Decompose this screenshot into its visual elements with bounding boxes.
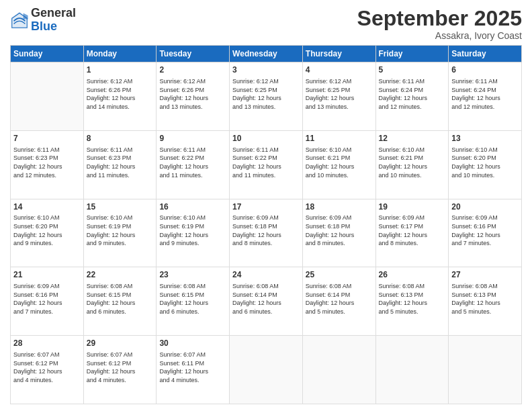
day-number: 26 [379, 269, 446, 281]
calendar-header-row: Sunday Monday Tuesday Wednesday Thursday… [11, 46, 522, 62]
day-info: Daylight: 12 hours [87, 163, 154, 171]
day-info: Daylight: 12 hours [87, 367, 154, 376]
day-info: and 11 minutes. [232, 171, 300, 180]
day-info: Daylight: 12 hours [159, 299, 226, 308]
day-info: and 5 minutes. [306, 308, 373, 316]
day-info: Daylight: 12 hours [379, 94, 446, 103]
day-info: Daylight: 12 hours [379, 231, 446, 240]
day-info: Sunset: 6:22 PM [159, 154, 226, 163]
day-info: Sunset: 6:13 PM [379, 291, 446, 300]
day-number: 20 [451, 201, 519, 213]
day-info: and 13 minutes. [159, 103, 226, 111]
day-number: 29 [87, 338, 154, 349]
table-row: 13Sunrise: 6:10 AMSunset: 6:20 PMDayligh… [449, 130, 522, 199]
day-info: Daylight: 12 hours [232, 231, 300, 240]
day-info: Sunset: 6:21 PM [379, 154, 446, 163]
table-row: 10Sunrise: 6:11 AMSunset: 6:22 PMDayligh… [230, 130, 303, 199]
day-number: 4 [306, 64, 373, 76]
day-info: Sunrise: 6:08 AM [159, 282, 226, 291]
day-info: Daylight: 12 hours [379, 163, 446, 171]
day-info: and 12 minutes. [379, 103, 446, 111]
day-info: Sunset: 6:15 PM [87, 291, 154, 300]
table-row: 2Sunrise: 6:12 AMSunset: 6:26 PMDaylight… [157, 62, 230, 131]
logo: General Blue [10, 7, 76, 34]
day-number: 5 [379, 64, 446, 76]
day-info: Sunset: 6:11 PM [159, 359, 226, 368]
day-info: Sunrise: 6:12 AM [232, 77, 300, 86]
day-info: Daylight: 12 hours [87, 94, 154, 103]
calendar-week-row: 21Sunrise: 6:09 AMSunset: 6:16 PMDayligh… [11, 267, 522, 336]
day-info: Daylight: 12 hours [451, 163, 519, 171]
day-info: and 12 minutes. [13, 171, 81, 180]
day-info: Sunrise: 6:10 AM [306, 146, 373, 154]
day-info: Sunrise: 6:12 AM [159, 77, 226, 86]
svg-marker-2 [24, 13, 28, 19]
table-row: 21Sunrise: 6:09 AMSunset: 6:16 PMDayligh… [11, 267, 84, 336]
table-row: 3Sunrise: 6:12 AMSunset: 6:25 PMDaylight… [230, 62, 303, 131]
day-info: and 13 minutes. [306, 103, 373, 111]
day-info: Sunrise: 6:09 AM [13, 282, 81, 291]
day-info: and 14 minutes. [87, 103, 154, 111]
day-number: 10 [232, 133, 300, 144]
day-number: 22 [87, 269, 154, 281]
table-row: 16Sunrise: 6:10 AMSunset: 6:19 PMDayligh… [157, 199, 230, 267]
day-info: Sunset: 6:14 PM [232, 291, 300, 300]
table-row: 15Sunrise: 6:10 AMSunset: 6:19 PMDayligh… [83, 199, 157, 267]
col-friday: Friday [375, 46, 449, 62]
day-info: Sunset: 6:21 PM [306, 154, 373, 163]
day-number: 1 [87, 64, 154, 76]
day-info: Daylight: 12 hours [13, 367, 81, 376]
day-info: Sunset: 6:23 PM [87, 154, 154, 163]
table-row: 25Sunrise: 6:08 AMSunset: 6:14 PMDayligh… [302, 267, 375, 336]
day-info: Sunset: 6:26 PM [159, 86, 226, 95]
day-info: Sunrise: 6:09 AM [306, 214, 373, 222]
logo-blue-text: Blue [31, 20, 76, 34]
table-row: 26Sunrise: 6:08 AMSunset: 6:13 PMDayligh… [375, 267, 449, 336]
calendar-week-row: 1Sunrise: 6:12 AMSunset: 6:26 PMDaylight… [11, 62, 522, 131]
day-info: Sunrise: 6:10 AM [379, 146, 446, 154]
table-row [375, 336, 449, 404]
day-info: Sunrise: 6:11 AM [87, 146, 154, 154]
day-info: and 7 minutes. [451, 239, 519, 248]
calendar-week-row: 14Sunrise: 6:10 AMSunset: 6:20 PMDayligh… [11, 199, 522, 267]
calendar-body: 1Sunrise: 6:12 AMSunset: 6:26 PMDaylight… [11, 62, 522, 404]
day-info: Sunset: 6:12 PM [13, 359, 81, 368]
day-info: Sunset: 6:20 PM [13, 222, 81, 231]
day-info: Sunset: 6:22 PM [232, 154, 300, 163]
table-row: 22Sunrise: 6:08 AMSunset: 6:15 PMDayligh… [83, 267, 157, 336]
day-number: 27 [451, 269, 519, 281]
day-info: Sunrise: 6:08 AM [87, 282, 154, 291]
day-info: Daylight: 12 hours [232, 299, 300, 308]
day-info: Sunset: 6:16 PM [13, 291, 81, 300]
table-row [302, 336, 375, 404]
col-wednesday: Wednesday [230, 46, 303, 62]
table-row: 8Sunrise: 6:11 AMSunset: 6:23 PMDaylight… [83, 130, 157, 199]
day-info: Daylight: 12 hours [13, 231, 81, 240]
day-info: and 9 minutes. [13, 239, 81, 248]
day-info: Daylight: 12 hours [159, 367, 226, 376]
location: Assakra, Ivory Coast [357, 30, 522, 41]
day-info: Daylight: 12 hours [87, 299, 154, 308]
day-info: Sunrise: 6:08 AM [379, 282, 446, 291]
day-info: Sunset: 6:19 PM [87, 222, 154, 231]
day-number: 2 [159, 64, 226, 76]
day-number: 16 [159, 201, 226, 213]
day-number: 7 [13, 133, 81, 144]
day-number: 19 [379, 201, 446, 213]
day-info: and 6 minutes. [232, 308, 300, 316]
table-row [230, 336, 303, 404]
day-number: 18 [306, 201, 373, 213]
table-row: 11Sunrise: 6:10 AMSunset: 6:21 PMDayligh… [302, 130, 375, 199]
day-number: 9 [159, 133, 226, 144]
day-info: Sunrise: 6:10 AM [159, 214, 226, 222]
logo-icon [10, 11, 29, 30]
day-info: Sunrise: 6:10 AM [87, 214, 154, 222]
day-info: and 11 minutes. [87, 171, 154, 180]
day-info: Daylight: 12 hours [451, 299, 519, 308]
table-row [11, 62, 84, 131]
day-number: 13 [451, 133, 519, 144]
day-info: and 8 minutes. [232, 239, 300, 248]
table-row: 18Sunrise: 6:09 AMSunset: 6:18 PMDayligh… [302, 199, 375, 267]
day-info: Daylight: 12 hours [232, 163, 300, 171]
day-number: 25 [306, 269, 373, 281]
